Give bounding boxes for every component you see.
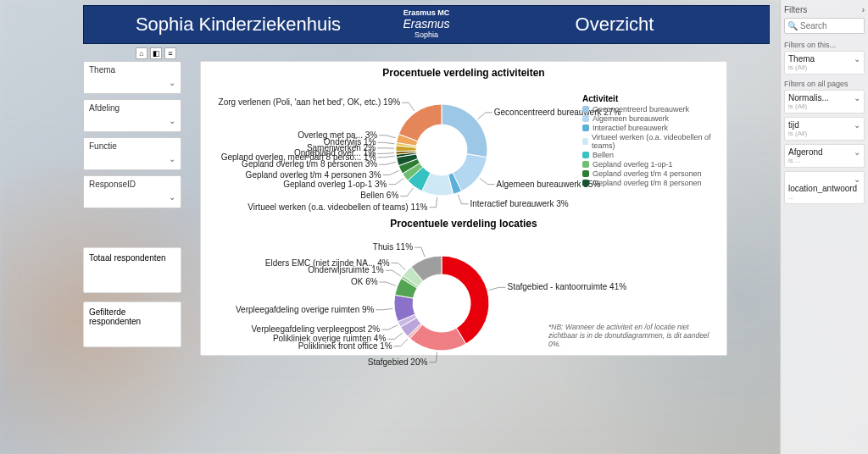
legend-item[interactable]: Virtueel werken (o.a. videobellen of tea… — [582, 133, 718, 150]
slice-label: Verpleegafdeling verpleegpost 2% — [251, 324, 380, 334]
slice-label: Interactief bureauwerk 3% — [470, 199, 568, 208]
filters-pane: Filters › 🔍 Filters on this... ⌄ Thema i… — [780, 0, 868, 454]
legend-label: Algemeen bureauwerk — [593, 114, 669, 123]
legend-swatch — [582, 106, 589, 113]
legend-item[interactable]: Gepland overleg t/m 8 personen — [582, 179, 718, 187]
filter-pane-title: Normalis... — [788, 93, 860, 102]
legend-swatch — [582, 161, 589, 168]
slice-label: OK 6% — [351, 277, 378, 286]
filter-pane-sub: is (All) — [788, 130, 860, 137]
legend-label: Interactief bureauwerk — [593, 124, 668, 132]
chart-note: *NB: Wanneer de activiteit en /of locati… — [548, 323, 718, 348]
header-title-left: Sophia Kinderziekenhuis — [84, 14, 392, 36]
filter-pane-title: tijd — [788, 120, 860, 130]
legend-label: Virtueel werken (o.a. videobellen of tea… — [592, 133, 718, 150]
filter-responseid[interactable]: ResponseID ⌄ — [83, 175, 181, 208]
chevron-down-icon[interactable]: ⌄ — [169, 192, 175, 202]
header-banner: Sophia Kinderziekenhuis Erasmus MC Erasm… — [83, 5, 770, 44]
header-logo: Erasmus MC Erasmus Sophia — [392, 9, 460, 39]
filter-pane-card[interactable]: ⌄ tijd is (All) — [784, 117, 865, 141]
legend-item[interactable]: Gepland overleg t/m 4 personen — [582, 169, 718, 178]
legend-label: Gepland overleg t/m 4 personen — [593, 169, 702, 178]
legend-item[interactable]: Gepland overleg 1-op-1 — [582, 160, 718, 169]
filter-pane-title: Afgerond — [788, 147, 860, 157]
card-totaal-respondenten: Totaal respondenten — [83, 247, 181, 293]
legend-swatch — [582, 138, 588, 145]
slice-label: Stafgebied - kantoorruimte 41% — [507, 282, 626, 291]
filter-pane-card[interactable]: ⌄ Normalis... is (All) — [784, 90, 865, 114]
slice-label: Verpleegafdeling overige ruimten 9% — [236, 305, 375, 314]
slice-label: Gepland overleg 1-op-1 3% — [283, 180, 387, 189]
filter-functie[interactable]: Functie ⌄ — [83, 137, 181, 170]
slice-label: Bellen 6% — [360, 191, 398, 200]
chart-card: Procentuele verdeling activiteiten Gecon… — [200, 61, 727, 356]
slice-label: Stafgebied 20% — [368, 357, 428, 367]
donut-slice[interactable] — [398, 104, 442, 141]
nav-icon-1[interactable]: ⌂ — [136, 47, 147, 59]
slice-label: Gepland overleg t/m 4 personen 3% — [246, 170, 381, 180]
filter-pane-sub: is ... — [788, 157, 860, 164]
chevron-right-icon[interactable]: › — [862, 5, 865, 14]
chevron-down-icon[interactable]: ⌄ — [169, 154, 175, 163]
nav-icon-2[interactable]: ◧ — [150, 47, 162, 59]
filter-pane-title: Thema — [788, 54, 860, 64]
filter-pane-card[interactable]: ⌄ Afgerond is ... — [784, 144, 865, 168]
legend-label: Bellen — [593, 151, 614, 159]
slice-label: Virtueel werken (o.a. videobellen of tea… — [248, 202, 427, 212]
legend-item[interactable]: Bellen — [582, 151, 718, 159]
header-title-right: Overzicht — [460, 14, 769, 36]
filter-pane-card[interactable]: ⌄ location_antwoord ... — [784, 171, 865, 204]
filter-pane-sub: is (All) — [788, 102, 860, 110]
chevron-down-icon[interactable]: ⌄ — [854, 93, 860, 102]
slice-label: Overleg met pa... 3% — [298, 130, 377, 140]
legend-swatch — [582, 152, 589, 158]
left-filter-stack: Thema ⌄ Afdeling ⌄ Functie ⌄ ResponseID … — [83, 61, 181, 213]
donut-slice[interactable] — [442, 104, 487, 158]
filter-afdeling[interactable]: Afdeling ⌄ — [83, 99, 181, 132]
filter-pane-sub: is (All) — [788, 64, 860, 71]
filter-pane-title: location_antwoord — [788, 174, 860, 193]
filter-thema[interactable]: Thema ⌄ — [83, 61, 181, 94]
legend-label: Gepland overleg t/m 8 personen — [593, 179, 702, 187]
donut-locaties[interactable]: Stafgebied - kantoorruimte 41%Stafgebied… — [204, 231, 732, 375]
filter-pane-card[interactable]: ⌄ Thema is (All) — [784, 51, 865, 75]
legend-swatch — [582, 180, 589, 186]
chevron-down-icon[interactable]: ⌄ — [854, 120, 860, 130]
legend-swatch — [582, 115, 589, 122]
legend-item[interactable]: Geconcentreerd bureauwerk — [582, 105, 718, 114]
legend-item[interactable]: Algemeen bureauwerk — [582, 114, 718, 123]
filter-pane-sub: ... — [788, 193, 860, 201]
nav-icon-row: ⌂ ◧ ≡ — [136, 47, 176, 59]
search-icon: 🔍 — [787, 21, 798, 30]
chevron-down-icon[interactable]: ⌄ — [169, 78, 175, 87]
slice-label: Polikliniek overige ruimten 4% — [273, 334, 387, 343]
chevron-down-icon[interactable]: ⌄ — [854, 147, 860, 157]
chevron-down-icon[interactable]: ⌄ — [854, 54, 860, 64]
legend-label: Gepland overleg 1-op-1 — [593, 160, 673, 169]
chart2-title: Procentuele verdeling locaties — [204, 218, 723, 230]
chart1-title: Procentuele verdeling activiteiten — [204, 67, 723, 79]
chevron-down-icon[interactable]: ⌄ — [169, 116, 175, 125]
legend-label: Geconcentreerd bureauwerk — [593, 105, 689, 114]
legend-swatch — [582, 125, 589, 131]
legend-item[interactable]: Interactief bureauwerk — [582, 124, 718, 132]
slice-label: Thuis 11% — [373, 242, 413, 252]
slice-label: Zorg verlenen (Poli, 'aan het bed', OK, … — [219, 97, 401, 107]
filters-pane-title: Filters — [784, 5, 807, 14]
nav-icon-3[interactable]: ≡ — [164, 47, 176, 59]
legend-swatch — [582, 170, 589, 177]
slice-label: Elders EMC (niet zijnde NA... 4% — [265, 258, 390, 268]
donut-slice[interactable] — [442, 256, 489, 344]
card-gefilterde-respondenten: Gefilterde respondenten — [83, 302, 181, 347]
legend-activiteit: Activiteit Geconcentreerd bureauwerkAlge… — [582, 94, 718, 188]
chevron-down-icon[interactable]: ⌄ — [854, 174, 860, 184]
